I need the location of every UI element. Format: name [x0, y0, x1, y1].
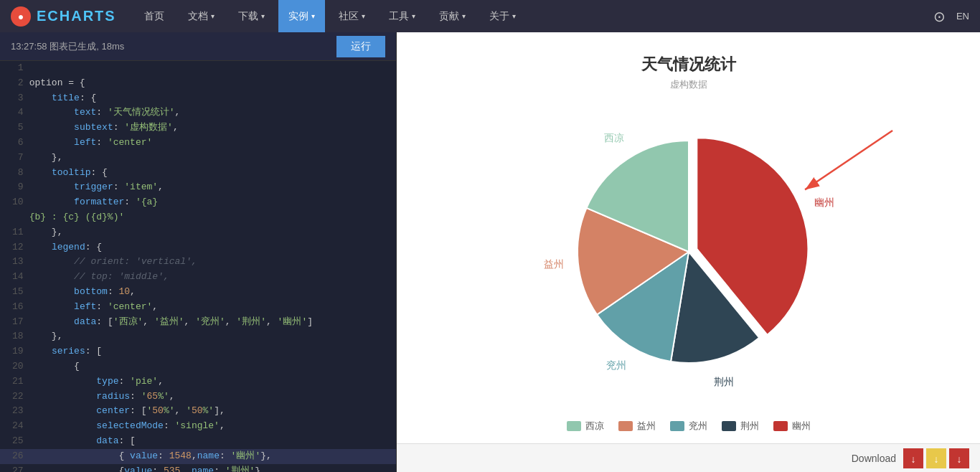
pie-chart[interactable]: 幽州荆州兖州益州西凉 — [509, 112, 868, 399]
code-line-content: subtext: '虚构数据', — [27, 121, 396, 136]
pie-label: 兖州 — [606, 359, 626, 371]
legend-item[interactable]: 兖州 — [670, 420, 707, 433]
line-number: 24 — [0, 419, 27, 434]
code-line-content: // top: 'middle', — [27, 270, 396, 285]
line-number: 14 — [0, 270, 27, 285]
line-number: 22 — [0, 390, 27, 405]
run-button[interactable]: 运行 — [336, 36, 385, 57]
line-number: 13 — [0, 255, 27, 270]
svg-text:↓: ↓ — [957, 453, 962, 465]
chart-title: 天气情况统计 — [641, 54, 736, 75]
code-line-content: { value: 1548,name: '幽州'}, — [27, 449, 396, 464]
code-line-content: data: ['西凉', '益州', '兖州', '荆州', '幽州'] — [27, 315, 396, 330]
line-number: 10 — [0, 195, 27, 225]
legend-color — [618, 421, 633, 431]
code-table: 12option = {3 title: {4 text: '天气情况统计',5… — [0, 61, 396, 472]
line-number: 27 — [0, 464, 27, 472]
nav-tools[interactable]: 工具▾ — [379, 0, 425, 32]
line-number: 19 — [0, 344, 27, 359]
line-number: 17 — [0, 315, 27, 330]
code-line-content: text: '天气情况统计', — [27, 105, 396, 121]
download-icon-2[interactable]: ↓ — [926, 448, 946, 468]
line-number: 26 — [0, 449, 27, 464]
legend-label: 幽州 — [792, 420, 811, 433]
line-number: 9 — [0, 180, 27, 195]
code-line-content: }, — [27, 151, 396, 166]
lang-button[interactable]: EN — [956, 11, 969, 22]
legend-color — [670, 421, 684, 431]
legend-label: 兖州 — [689, 420, 707, 433]
legend-item[interactable]: 荆州 — [722, 420, 759, 433]
nav-examples[interactable]: 实例▾ — [278, 0, 325, 32]
download-bar: Download ↓ ↓ ↓ — [397, 443, 980, 472]
nav-contribute[interactable]: 贡献▾ — [429, 0, 476, 32]
legend-item[interactable]: 益州 — [618, 420, 656, 433]
github-icon[interactable]: ⊙ — [933, 8, 946, 25]
legend-item[interactable]: 西凉 — [567, 420, 604, 433]
chart-legend: 西凉 益州 兖州 荆州 幽州 — [397, 420, 980, 443]
code-line-content: { — [27, 359, 396, 374]
code-line-content: option = { — [27, 76, 396, 91]
legend-label: 西凉 — [585, 420, 604, 433]
code-line-content: legend: { — [27, 240, 396, 255]
nav-about[interactable]: 关于▾ — [479, 0, 526, 32]
line-number: 25 — [0, 434, 27, 449]
line-number: 6 — [0, 136, 27, 151]
editor-status: 13:27:58 图表已生成, 18ms — [11, 40, 124, 53]
brand-name: ECHARTS — [37, 8, 116, 24]
line-number: 15 — [0, 285, 27, 300]
legend-label: 益州 — [637, 420, 656, 433]
pie-label: 荆州 — [714, 376, 734, 387]
legend-label: 荆州 — [740, 420, 759, 433]
code-line-content: radius: '65%', — [27, 390, 396, 405]
line-number: 18 — [0, 329, 27, 344]
code-line-content: left: 'center' — [27, 136, 396, 151]
line-number: 20 — [0, 359, 27, 374]
download-icon-1[interactable]: ↓ — [903, 448, 923, 468]
svg-text:↓: ↓ — [934, 453, 939, 465]
line-number: 3 — [0, 91, 27, 106]
line-number: 12 — [0, 240, 27, 255]
brand-logo: ● — [11, 6, 31, 27]
brand: ● ECHARTS — [11, 6, 116, 27]
code-line-content: formatter: '{a} {b} : {c} ({d}%)' — [27, 195, 396, 225]
svg-text:↓: ↓ — [911, 453, 916, 465]
nav-community[interactable]: 社区▾ — [329, 0, 375, 32]
line-number: 21 — [0, 374, 27, 390]
main-content: 13:27:58 图表已生成, 18ms 运行 12option = {3 ti… — [0, 32, 980, 472]
code-line-content: }, — [27, 329, 396, 344]
nav-home[interactable]: 首页 — [134, 0, 174, 32]
code-line-content — [27, 61, 396, 76]
code-area[interactable]: 12option = {3 title: {4 text: '天气情况统计',5… — [0, 61, 396, 472]
download-label: Download — [852, 453, 896, 464]
code-line-content: center: ['50%', '50%'], — [27, 404, 396, 419]
download-icon-3[interactable]: ↓ — [949, 448, 969, 468]
code-line-content: {value: 535, name: '荆州'}, — [27, 464, 396, 472]
pie-label: 益州 — [543, 258, 563, 270]
line-number: 23 — [0, 404, 27, 419]
nav-download[interactable]: 下载▾ — [228, 0, 275, 32]
navbar: ● ECHARTS 首页 文档▾ 下载▾ 实例▾ 社区▾ 工具▾ 贡献▾ 关于▾… — [0, 0, 980, 32]
line-number: 16 — [0, 300, 27, 315]
line-number: 2 — [0, 76, 27, 91]
editor-toolbar: 13:27:58 图表已生成, 18ms 运行 — [0, 32, 396, 61]
code-line-content: bottom: 10, — [27, 285, 396, 300]
code-line-content: series: [ — [27, 344, 396, 359]
pie-container: 幽州荆州兖州益州西凉 — [397, 91, 980, 420]
pie-label: 西凉 — [603, 132, 623, 143]
line-number: 8 — [0, 166, 27, 181]
nav-docs[interactable]: 文档▾ — [178, 0, 225, 32]
legend-color — [567, 421, 581, 431]
line-number: 4 — [0, 105, 27, 121]
code-line-content: tooltip: { — [27, 166, 396, 181]
code-line-content: type: 'pie', — [27, 374, 396, 390]
line-number: 1 — [0, 61, 27, 76]
code-line-content: // orient: 'vertical', — [27, 255, 396, 270]
chart-subtitle: 虚构数据 — [670, 78, 707, 91]
pie-label: 幽州 — [814, 197, 834, 208]
code-line-content: title: { — [27, 91, 396, 106]
chart-area: 天气情况统计 虚构数据 幽州荆州兖州益州西凉 — [397, 32, 980, 420]
legend-item[interactable]: 幽州 — [773, 420, 811, 433]
legend-color — [773, 421, 788, 431]
legend-color — [722, 421, 736, 431]
